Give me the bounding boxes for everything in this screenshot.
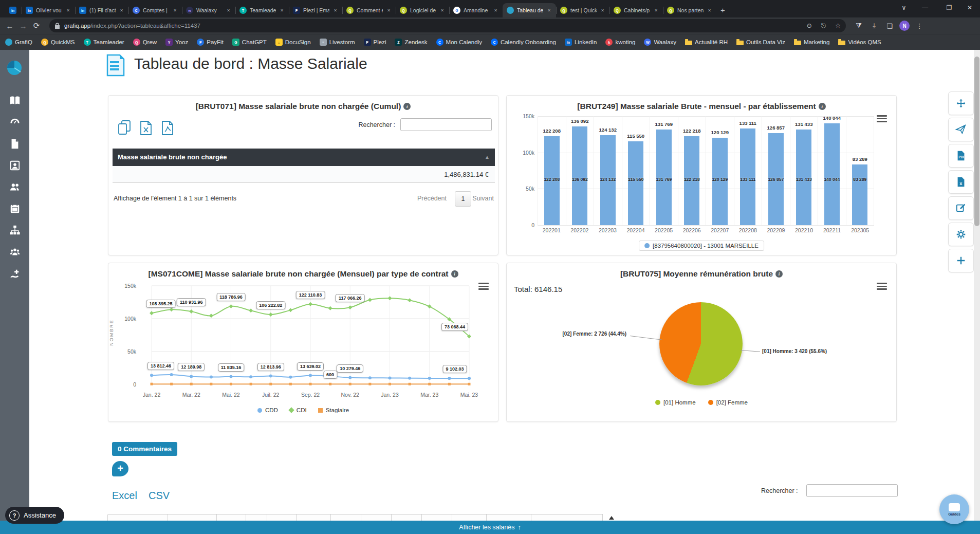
copy-icon[interactable]: [118, 120, 131, 138]
action-send[interactable]: [948, 118, 974, 141]
add-comment-button[interactable]: +: [112, 461, 128, 476]
share-icon[interactable]: ⎋: [821, 22, 826, 29]
tab-close-icon[interactable]: ✕: [707, 7, 712, 14]
bookmark-item[interactable]: GChatGPT: [232, 39, 267, 46]
minimize-icon[interactable]: —: [915, 0, 935, 15]
pdf-export-icon[interactable]: [161, 120, 174, 138]
excel-export-icon[interactable]: [139, 120, 153, 138]
bookmark-item[interactable]: Marketing: [794, 39, 830, 45]
reload-button[interactable]: ⟳: [30, 21, 43, 30]
legend-item[interactable]: CDD: [257, 407, 278, 413]
info-icon[interactable]: i: [775, 270, 783, 278]
bookmark-item[interactable]: CMon Calendly: [436, 39, 482, 46]
download-icon[interactable]: ⤓: [866, 22, 882, 30]
bookmark-item[interactable]: CCalendly Onboarding: [491, 39, 556, 46]
sidebar-item-sitemap[interactable]: [9, 225, 21, 236]
grafiq-logo[interactable]: [7, 60, 22, 78]
info-icon[interactable]: i: [451, 270, 458, 278]
sort-arrow-icon[interactable]: [609, 516, 614, 520]
side-panel-icon[interactable]: ❏: [882, 22, 897, 30]
tab-close-icon[interactable]: ✕: [600, 7, 605, 14]
bar-chart-legend[interactable]: [83795640800020] - 13001 MARSEILLE: [639, 241, 764, 251]
assistance-button[interactable]: ? Assistance: [5, 507, 64, 524]
action-gear[interactable]: [948, 223, 974, 246]
bookmark-item[interactable]: ≡Livestorm: [320, 39, 355, 46]
back-button[interactable]: ←: [3, 22, 16, 30]
extensions-puzzle-icon[interactable]: ⧩: [851, 22, 866, 30]
sidebar-item-hand-plus[interactable]: [9, 268, 21, 279]
legend-item[interactable]: [01] Homme: [655, 399, 696, 406]
tab-close-icon[interactable]: ✕: [653, 7, 659, 14]
pagination-previous[interactable]: Précédent: [417, 195, 447, 202]
browser-tab[interactable]: QCabinets/p✕: [609, 3, 663, 17]
browser-tab[interactable]: CComptes |✕: [128, 3, 182, 17]
pagination-page-1[interactable]: 1: [455, 191, 471, 207]
bookmark-item[interactable]: GrafiQ: [5, 39, 32, 46]
browser-tab[interactable]: in(1) Fil d'act✕: [75, 3, 128, 17]
zoom-out-icon[interactable]: ⊖: [807, 22, 812, 29]
browser-tab[interactable]: in: [4, 3, 22, 17]
sidebar-item-group[interactable]: [9, 246, 21, 257]
action-move[interactable]: [948, 91, 974, 115]
guides-button[interactable]: Guides: [939, 494, 969, 524]
action-excel[interactable]: x: [948, 170, 974, 194]
action-pdf[interactable]: PDF: [948, 144, 974, 168]
legend-item[interactable]: [02] Femme: [708, 399, 748, 406]
show-salaries-bar[interactable]: Afficher les salariés ↑: [0, 521, 980, 534]
close-icon[interactable]: ✕: [959, 0, 980, 15]
bookmark-item[interactable]: ZZendesk: [395, 39, 427, 46]
forward-button[interactable]: →: [16, 22, 30, 30]
tab-close-icon[interactable]: ✕: [172, 7, 178, 14]
excel-export-link[interactable]: Excel: [112, 490, 137, 502]
bookmark-item[interactable]: Outils Data Viz: [736, 39, 785, 45]
browser-tab[interactable]: PPlezi | Emai✕: [289, 3, 342, 17]
tab-close-icon[interactable]: ✕: [65, 7, 71, 14]
bookmark-item[interactable]: PPlezi: [364, 39, 386, 46]
bookmark-item[interactable]: Actualité RH: [685, 39, 728, 45]
salaries-search-input[interactable]: [806, 484, 898, 497]
bookmark-item[interactable]: inLinkedIn: [565, 39, 597, 46]
bookmark-item[interactable]: WWaalaxy: [644, 39, 676, 46]
bar[interactable]: [572, 126, 587, 225]
sidebar-item-calendar[interactable]: [9, 203, 21, 214]
sidebar-item-file[interactable]: [9, 138, 21, 150]
chart-menu-icon[interactable]: [478, 283, 489, 291]
tab-close-icon[interactable]: ✕: [493, 7, 498, 14]
bookmark-item[interactable]: YYooz: [165, 39, 188, 46]
browser-tab[interactable]: QNos parten✕: [663, 3, 716, 17]
bookmark-item[interactable]: ↓DocuSign: [275, 39, 311, 46]
new-tab-button[interactable]: +: [720, 6, 725, 14]
legend-item[interactable]: CDI: [289, 407, 307, 413]
maximize-icon[interactable]: ❐: [939, 0, 959, 15]
info-icon[interactable]: i: [819, 103, 826, 110]
profile-avatar[interactable]: N: [899, 21, 910, 31]
browser-tab[interactable]: Qtest | Quick✕: [556, 3, 609, 17]
bookmark-item[interactable]: QQuickMS: [41, 39, 75, 46]
tab-search-icon[interactable]: ∨: [894, 0, 914, 15]
tab-close-icon[interactable]: ✕: [386, 7, 392, 14]
browser-tab[interactable]: QLogiciel de✕: [396, 3, 449, 17]
browser-tab[interactable]: TTeamleade✕: [235, 3, 289, 17]
table-header[interactable]: Masse salariale brute non chargée▲▼: [113, 149, 495, 166]
info-icon[interactable]: i: [403, 103, 411, 110]
sidebar-item-student[interactable]: [9, 160, 21, 171]
action-plus[interactable]: [948, 249, 974, 272]
browser-tab[interactable]: inOlivier vou✕: [22, 3, 75, 17]
card-search-input[interactable]: [400, 118, 492, 131]
csv-export-link[interactable]: CSV: [149, 490, 170, 502]
chart-menu-icon[interactable]: [877, 283, 887, 291]
tab-close-icon[interactable]: ✕: [119, 7, 124, 14]
browser-tab[interactable]: Tableau de✕: [503, 3, 556, 17]
address-bar[interactable]: grafiq.app/index.php?action=tableau&affi…: [49, 19, 846, 32]
bar[interactable]: [824, 123, 840, 225]
browser-tab[interactable]: GAmandine✕: [449, 3, 503, 17]
bookmark-item[interactable]: PPayFit: [197, 39, 224, 46]
sidebar-item-users[interactable]: [9, 181, 21, 193]
bookmark-item[interactable]: Vidéos QMS: [838, 39, 881, 45]
pagination-next[interactable]: Suivant: [472, 195, 494, 202]
browser-tab[interactable]: wWaalaxy✕: [182, 3, 235, 17]
scrollbar-thumb[interactable]: [974, 57, 979, 226]
sidebar-item-book[interactable]: [9, 95, 21, 106]
chart-menu-icon[interactable]: [877, 115, 887, 124]
bar[interactable]: [852, 164, 867, 225]
